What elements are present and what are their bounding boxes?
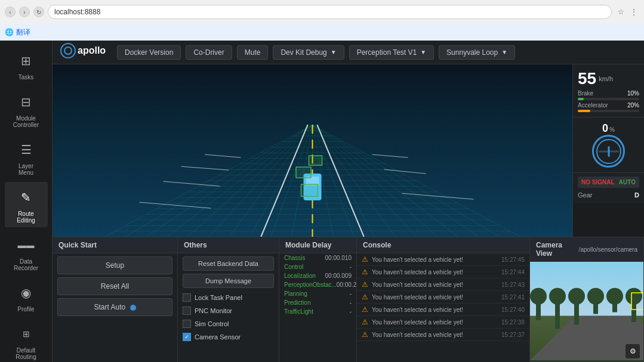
module-row: Chassis00:00.010 [279,253,356,262]
back-btn[interactable]: ‹ [5,7,16,17]
devkit-dropdown-arrow: ▼ [331,49,337,55]
signal-badge: NO SIGNAL [581,179,615,185]
console-warning-icon: ⚠ [362,318,368,326]
reset-all-btn[interactable]: Reset All [57,277,172,295]
console-message: You haven't selected a vehicle yet! [372,332,498,338]
translate-icon: 🌐 [5,28,14,36]
speed-display: 55 km/h [578,69,639,88]
browser-chrome: ‹ › ↻ localhost:8888 ☆ ⋮ [0,0,644,24]
module-row: Localization00:00.009 [279,271,356,280]
steering-panel: 0 % [573,117,644,173]
refresh-btn[interactable]: ↻ [33,7,44,17]
sidebar-item-tasks[interactable]: ⊞ Tasks [5,45,48,84]
brake-progress [578,98,639,100]
module-name: TrafficLight [284,308,313,315]
console-warning-icon: ⚠ [362,280,368,289]
module-name: Prediction [284,299,310,306]
sidebar: ⊞ Tasks ⊟ ModuleController ☰ LayerMenu ✎… [0,41,53,362]
svg-point-1 [64,47,72,54]
route-dropdown[interactable]: Sunnyvale Loop ▼ [439,45,515,60]
svg-point-0 [61,44,75,58]
module-time: 00:00.010 [325,255,352,261]
sidebar-item-route-editing[interactable]: ✎ RouteEditing [5,182,48,227]
app-container: ⊞ Tasks ⊟ ModuleController ☰ LayerMenu ✎… [0,41,644,362]
default-routing-icon: ⊞ [14,322,38,346]
module-name: PerceptionObstac... [284,281,337,288]
sidebar-item-default-routing[interactable]: ⊞ DefaultRouting [5,318,48,362]
checkbox-pnc-monitor[interactable]: PNC Monitor [178,304,279,317]
module-row: TrafficLight- [279,307,356,316]
camera-path: /apollo/sensor/camera [579,246,637,253]
sidebar-item-module-controller[interactable]: ⊟ ModuleController [5,86,48,132]
accel-value: 20% [627,102,639,109]
checkbox-lock-task-panel[interactable]: Lock Task Panel [178,291,279,304]
route-editing-icon: ✎ [14,185,38,209]
viz-canvas-container[interactable] [53,64,572,237]
console-message: You haven't selected a vehicle yet! [372,256,498,263]
perception-dropdown[interactable]: Perception Test V1 ▼ [349,45,434,60]
data-recorder-label: DataRecorder [14,258,38,271]
checkbox-box-lock-task-panel [183,293,191,302]
checkbox-box-pnc-monitor [183,307,191,315]
menu-icon[interactable]: ⋮ [628,7,639,17]
console-header: Console [357,237,529,253]
steering-value: 0 [602,122,608,135]
start-auto-btn[interactable]: Start Auto [57,298,172,316]
module-row: Control- [279,262,356,271]
docker-version-btn[interactable]: Docker Version [117,45,181,60]
others-header: Others [178,237,279,253]
console-row: ⚠You haven't selected a vehicle yet!15:2… [357,316,529,329]
checkbox-sim-control[interactable]: Sim Control [178,317,279,330]
console-timestamp: 15:27:44 [501,269,525,276]
translate-text: 翻译 [16,27,30,38]
module-delay-panel: Module Delay Chassis00:00.010Control-Loc… [279,237,357,362]
console-message: You haven't selected a vehicle yet! [372,281,498,288]
gear-label: Gear [578,191,592,199]
console-row: ⚠You haven't selected a vehicle yet!15:2… [357,266,529,279]
devkit-dropdown[interactable]: Dev Kit Debug ▼ [273,45,344,60]
console-row: ⚠You haven't selected a vehicle yet!15:2… [357,253,529,266]
brake-value: 10% [627,90,639,97]
reset-backend-btn[interactable]: Reset Backend Data [183,256,274,271]
layer-menu-label: LayerMenu [19,163,33,176]
console-row: ⚠You haven't selected a vehicle yet!15:2… [357,329,529,341]
camera-view: ⚙ [530,262,643,362]
sidebar-item-layer-menu[interactable]: ☰ LayerMenu [5,134,48,180]
console-row: ⚠You haven't selected a vehicle yet!15:2… [357,291,529,304]
module-time: 00:00.259 [337,281,357,288]
speed-value: 55 [578,69,596,88]
toolbar: apollo Docker Version Co-Driver Mute Dev… [53,41,644,64]
mute-btn[interactable]: Mute [237,45,269,60]
console-message: You haven't selected a vehicle yet! [372,307,498,313]
forward-btn[interactable]: › [19,7,30,17]
apollo-logo: apollo [60,42,107,62]
module-time: - [350,290,352,297]
co-driver-btn[interactable]: Co-Driver [186,45,232,60]
checkbox-camera-sensor[interactable]: Camera Sensor [178,330,279,344]
sidebar-item-data-recorder[interactable]: ▬▬ DataRecorder [5,230,48,275]
camera-settings-btn[interactable]: ⚙ [625,344,640,358]
console-timestamp: 15:27:45 [501,256,525,263]
checkbox-box-camera-sensor [183,333,191,341]
console-warning-icon: ⚠ [362,305,368,314]
accel-label: Accelerator [578,102,608,109]
url-bar[interactable]: localhost:8888 [48,5,612,19]
quick-start-header: Quick Start [53,237,177,253]
console-timestamp: 15:27:40 [501,307,525,313]
console-warning-icon: ⚠ [362,330,368,339]
sidebar-item-profile[interactable]: ◉ Profile [5,277,48,316]
console-row: ⚠You haven't selected a vehicle yet!15:2… [357,279,529,291]
console-row: ⚠You haven't selected a vehicle yet!15:2… [357,304,529,316]
quick-start-panel: Quick Start Setup Reset All Start Auto [53,237,178,362]
console-container: ⚠You haven't selected a vehicle yet!15:2… [357,253,529,341]
brake-row: Brake 10% [578,90,639,97]
dump-message-btn[interactable]: Dump Message [183,274,274,288]
signal-panel: NO SIGNAL AUTO Gear D [573,173,644,203]
star-icon[interactable]: ☆ [615,7,626,17]
console-message: You haven't selected a vehicle yet! [372,269,498,276]
camera-header: Camera View [536,241,579,258]
browser-actions: ☆ ⋮ [615,7,639,17]
setup-btn[interactable]: Setup [57,256,172,274]
speed-metrics: 55 km/h Brake 10% Accelerator 20% [573,64,644,117]
speed-unit: km/h [599,75,613,82]
